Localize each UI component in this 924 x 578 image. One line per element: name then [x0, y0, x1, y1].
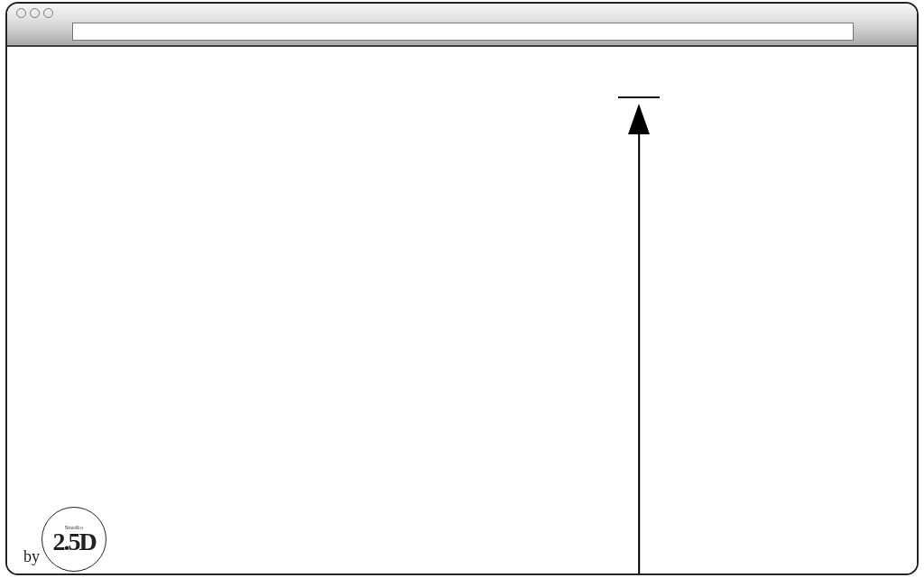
browser-window: by Studio 2.5D — [5, 2, 919, 575]
studio-logo: by Studio 2.5D — [23, 501, 106, 572]
browser-content: by Studio 2.5D — [7, 47, 917, 573]
dimension-arrow — [617, 96, 661, 575]
close-icon[interactable] — [16, 8, 26, 18]
logo-top-text: Studio — [65, 524, 84, 531]
logo-prefix: by — [23, 547, 40, 566]
browser-titlebar — [7, 4, 917, 47]
logo-main-text: 2.5D — [52, 529, 95, 555]
arrow-line-icon — [638, 133, 640, 575]
logo-circle-icon: Studio 2.5D — [42, 507, 106, 572]
window-controls — [16, 8, 53, 18]
arrow-cap-icon — [618, 96, 660, 98]
minimize-icon[interactable] — [30, 8, 40, 18]
arrow-up-icon — [628, 104, 650, 134]
maximize-icon[interactable] — [43, 8, 53, 18]
address-bar[interactable] — [72, 23, 854, 41]
